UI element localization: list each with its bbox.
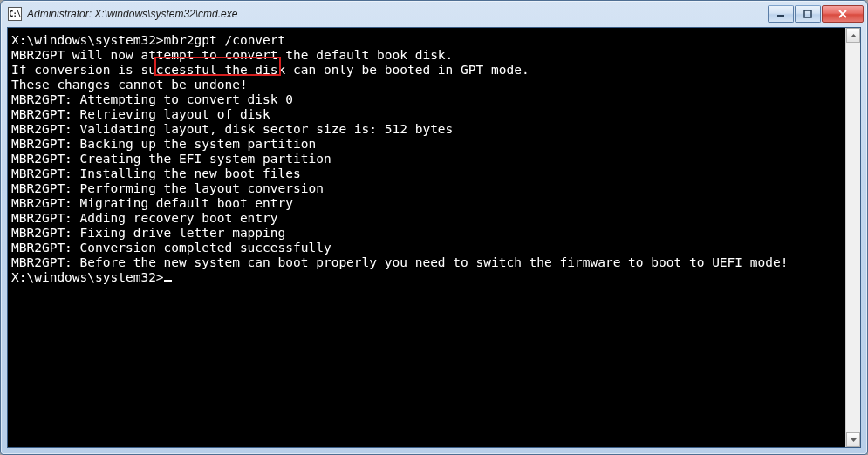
output-line: MBR2GPT: Performing the layout conversio…: [11, 181, 845, 196]
output-line: MBR2GPT: Adding recovery boot entry: [11, 211, 845, 226]
output-line: MBR2GPT: Conversion completed successful…: [11, 241, 845, 255]
maximize-button[interactable]: [795, 5, 821, 23]
minimize-icon: [776, 10, 785, 18]
chevron-down-icon: [851, 438, 857, 442]
svg-rect-0: [777, 15, 784, 17]
titlebar[interactable]: C:\ Administrator: X:\windows\system32\c…: [1, 1, 867, 27]
chevron-up-icon: [851, 34, 857, 37]
close-button[interactable]: [822, 5, 864, 23]
output-line: MBR2GPT: Installing the new boot files: [11, 166, 845, 181]
output-line: MBR2GPT: Migrating default boot entry: [11, 196, 845, 211]
close-icon: [837, 10, 848, 18]
output-line: MBR2GPT: Validating layout, disk sector …: [11, 122, 845, 137]
output-line: MBR2GPT: Fixing drive letter mapping: [11, 226, 845, 241]
svg-rect-1: [804, 10, 811, 17]
output-line: MBR2GPT: Backing up the system partition: [11, 137, 845, 152]
scroll-up-button[interactable]: [846, 28, 860, 43]
prompt-path: X:\windows\system32>: [11, 33, 164, 47]
maximize-icon: [803, 10, 812, 18]
output-line: MBR2GPT: Before the new system can boot …: [11, 255, 845, 270]
cursor: [164, 280, 172, 282]
vertical-scrollbar[interactable]: [845, 28, 860, 447]
window-controls: [768, 5, 864, 23]
window-title: Administrator: X:\windows\system32\cmd.e…: [27, 8, 237, 20]
typed-command: mbr2gpt /convert: [164, 33, 286, 47]
cmd-window: C:\ Administrator: X:\windows\system32\c…: [0, 0, 868, 455]
cmd-icon: C:\: [8, 7, 22, 21]
scroll-track[interactable]: [846, 43, 860, 432]
output-line: MBR2GPT: Creating the EFI system partiti…: [11, 152, 845, 166]
client-area: X:\windows\system32>mbr2gpt /convertMBR2…: [7, 27, 861, 448]
output-line: MBR2GPT will now attempt to convert the …: [11, 48, 845, 63]
output-line: If conversion is successful the disk can…: [11, 63, 845, 78]
output-line: These changes cannot be undone!: [11, 78, 845, 92]
output-line: MBR2GPT: Retrieving layout of disk: [11, 107, 845, 122]
minimize-button[interactable]: [768, 5, 794, 23]
terminal-output[interactable]: X:\windows\system32>mbr2gpt /convertMBR2…: [8, 28, 845, 447]
scroll-down-button[interactable]: [846, 432, 860, 447]
output-line: MBR2GPT: Attempting to convert disk 0: [11, 92, 845, 107]
prompt-path: X:\windows\system32>: [11, 270, 164, 284]
